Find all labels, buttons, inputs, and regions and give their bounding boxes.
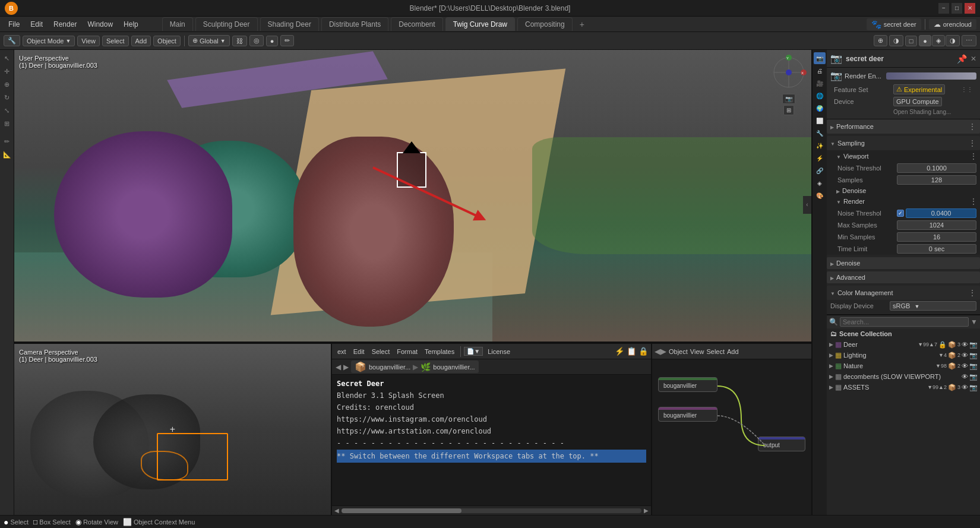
render-subsection-menu[interactable] [969,197,978,206]
script-collapse-btn2[interactable]: ▶ [343,363,349,371]
color-management-header[interactable]: Color Management [827,286,980,300]
menu-render[interactable]: Render [49,19,81,30]
ws-tab-twig[interactable]: Twig Curve Draw [445,17,515,31]
script-menu-text[interactable]: ext [334,347,349,356]
material-view-btn[interactable]: ◈ [932,35,945,46]
render-subsection-header[interactable]: Render [834,195,980,207]
tool-select[interactable]: ↖ [1,52,13,64]
tool-annotate[interactable]: ✏ [1,135,13,147]
main-3d-viewport[interactable]: User Perspective (1) Deer | bouganvillie… [14,50,811,343]
outliner-search-input[interactable] [840,317,969,327]
render-noise-value[interactable]: 0.0400 [906,208,976,218]
user-account-deer[interactable]: secret deer [884,21,916,28]
script-menu-edit[interactable]: Edit [350,347,368,356]
global-btn[interactable]: ⊕ Global ▼ [188,35,230,46]
ws-tab-decombent[interactable]: Decombent [391,17,442,31]
node-add-btn[interactable]: Add [727,348,739,355]
prop-constraints-btn[interactable]: 🔗 [814,165,826,176]
denoise-subsection-header[interactable]: Denoise [834,186,980,195]
advanced-header[interactable]: Advanced [827,271,980,283]
viewport-overlay-btn[interactable]: ◑ [889,35,903,46]
viewport-subsection-menu[interactable] [969,151,978,161]
tool-transform[interactable]: ⊞ [1,118,13,129]
solid-view-btn[interactable]: ● [919,35,931,46]
camera-viewport[interactable]: + Camera Perspective (1) Deer | bouganvi… [14,344,332,515]
snap-btn[interactable]: ◎ [249,35,264,46]
window-controls[interactable]: − □ ✕ [938,3,975,14]
viewport-camera-btn[interactable]: 📷 [782,94,795,104]
script-scroll-down[interactable]: ▶ [644,507,649,514]
prop-modifier-btn[interactable]: 🔧 [814,127,826,139]
user-account-cloud[interactable]: orencloud [943,21,972,28]
ws-tab-sculpting[interactable]: Sculpting Deer [195,17,258,31]
outliner-item-nature[interactable]: ▶ ▦ Nature ▼98 📦 2 👁 📷 [827,361,980,371]
outliner-item-deer[interactable]: ▶ ▦ Deer ▼99▲7 🔒 📦 3 👁 📷 [827,339,980,350]
prop-render-btn[interactable]: 📷 [814,52,826,64]
ws-tab-main[interactable]: Main [162,17,193,31]
script-icon-3[interactable]: 🔒 [638,347,649,356]
script-menu-templates[interactable]: Templates [422,347,457,356]
prop-physics-btn[interactable]: ⚡ [814,152,826,164]
grease-btn[interactable]: ✏ [280,35,294,46]
prop-output-btn[interactable]: 🖨 [814,65,826,77]
close-button[interactable]: ✕ [965,3,975,14]
maximize-button[interactable]: □ [951,3,962,14]
view-btn[interactable]: View [77,36,100,46]
prop-scene-btn[interactable]: 🌐 [814,90,826,102]
script-icon-2[interactable]: 📋 [627,347,637,356]
script-collapse-btn[interactable]: ◀ [336,363,341,371]
select-btn[interactable]: Select [102,36,129,46]
prop-data-btn[interactable]: ◈ [814,177,826,189]
noise-threshold-value[interactable]: 0.1000 [897,163,976,173]
minimize-button[interactable]: − [938,3,949,14]
node-collapse-btn[interactable]: ◀▶ [655,347,666,356]
add-workspace-button[interactable]: + [575,17,589,31]
script-scroll-up[interactable]: ◀ [334,507,339,514]
object-btn[interactable]: Object [153,36,181,46]
tool-cursor[interactable]: ✛ [1,65,13,77]
outliner-filter-btn[interactable]: ▼ [970,318,978,326]
menu-help[interactable]: Help [119,19,143,30]
prop-particles-btn[interactable]: ✨ [814,140,826,151]
viewport-gizmo[interactable]: Y X [771,55,807,90]
script-menu-format[interactable]: Format [394,347,421,356]
tool-measure[interactable]: 📐 [1,148,13,160]
menu-window[interactable]: Window [83,19,118,30]
prop-material-btn[interactable]: 🎨 [814,189,826,201]
tool-move[interactable]: ⊕ [1,78,13,90]
outliner-item-decombents[interactable]: ▶ ▦ decombents (SLOW VIEWPORT) 👁 📷 [827,371,980,382]
transform-btn[interactable]: ⛓ [232,36,247,46]
script-view-btn[interactable]: 📄▼ [464,347,483,356]
ws-tab-shading[interactable]: Shading Deer [260,17,319,31]
ws-tab-compositing[interactable]: Compositing [517,17,573,31]
denoise-header[interactable]: Denoise [827,257,980,269]
sampling-menu[interactable] [968,138,976,148]
xray-btn[interactable]: □ [905,36,918,46]
node-objects-btn[interactable]: Object [669,348,688,355]
viewport-gizmo-btn[interactable]: ⊕ [874,35,887,46]
tool-rotate[interactable]: ↻ [1,91,13,103]
sampling-header[interactable]: Sampling [827,136,980,150]
menu-edit[interactable]: Edit [26,19,48,30]
node-select-btn[interactable]: Select [706,348,725,355]
menu-file[interactable]: File [4,19,24,30]
breadcrumb-item-2[interactable]: bouganvillier... [433,363,475,371]
outliner-item-lighting[interactable]: ▶ ▦ Lighting ▼4 📦 2 👁 📷 [827,350,980,361]
color-management-menu[interactable] [968,288,976,298]
samples-value[interactable]: 128 [897,175,976,185]
viewport-subsection-header[interactable]: Viewport [834,150,980,162]
min-samples-value[interactable]: 16 [897,232,976,242]
outliner-item-assets[interactable]: ▶ ▦ ASSETS ▼99▲2 📦 3 👁 📷 [827,382,980,393]
tool-scale[interactable]: ⤡ [1,105,13,116]
performance-menu[interactable] [968,122,976,131]
object-mode-btn[interactable]: Object Mode ▼ [23,36,75,46]
prop-world-btn[interactable]: 🌍 [814,102,826,114]
blender-icon-btn[interactable]: 🔧 [4,35,20,46]
prop-object-btn[interactable]: ⬜ [814,115,826,127]
viewport-extra-btn[interactable]: ⋯ [962,35,976,46]
render-view-btn[interactable]: ◑ [946,35,960,46]
right-panel-pin[interactable]: 📌 [957,54,967,64]
ws-tab-distribute[interactable]: Distribute Plants [321,17,388,31]
viewport-grid-btn[interactable]: ⊞ [783,105,794,115]
breadcrumb-item-1[interactable]: bouganvillier... [369,363,410,371]
